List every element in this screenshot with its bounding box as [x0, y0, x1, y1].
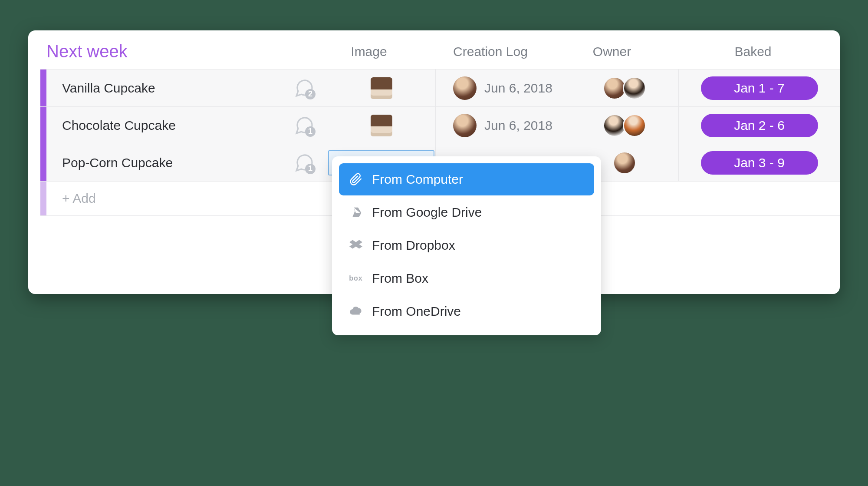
- item-name: Vanilla Cupcake: [62, 81, 155, 96]
- group-title[interactable]: Next week: [28, 42, 315, 61]
- comments-count: 1: [305, 164, 316, 174]
- creation-log-cell[interactable]: Jun 6, 2018: [435, 69, 570, 106]
- item-name: Pop-Corn Cupcake: [62, 155, 173, 170]
- menu-item-label: From Box: [372, 271, 428, 286]
- box-icon: box: [349, 271, 363, 286]
- avatar: [623, 114, 646, 137]
- row-stripe: [40, 107, 46, 144]
- menu-item-label: From Google Drive: [372, 205, 482, 220]
- comments-count: 2: [305, 89, 316, 99]
- menu-item-from-dropbox[interactable]: From Dropbox: [339, 229, 594, 261]
- owner-cell[interactable]: [570, 107, 678, 144]
- creation-date: Jun 6, 2018: [484, 81, 552, 96]
- creation-date: Jun 6, 2018: [484, 118, 552, 133]
- cupcake-thumbnail-icon: [371, 115, 392, 136]
- item-name: Chocolate Cupcake: [62, 118, 176, 133]
- image-cell[interactable]: [327, 69, 435, 106]
- menu-item-label: From OneDrive: [372, 304, 461, 319]
- comments-icon[interactable]: 1: [294, 152, 315, 173]
- column-header-image[interactable]: Image: [315, 44, 423, 59]
- avatar: [613, 151, 636, 175]
- owner-cell[interactable]: [570, 69, 678, 106]
- baked-pill: Jan 1 - 7: [701, 76, 818, 100]
- menu-item-from-computer[interactable]: From Computer: [339, 163, 594, 195]
- comments-icon[interactable]: 1: [294, 115, 315, 136]
- column-header-creation-log[interactable]: Creation Log: [423, 44, 558, 59]
- avatar: [453, 114, 477, 137]
- cupcake-thumbnail-icon: [371, 77, 392, 99]
- comments-count: 1: [305, 126, 316, 137]
- avatar: [623, 76, 646, 100]
- avatar: [453, 76, 477, 100]
- row-stripe: [40, 144, 46, 181]
- image-cell[interactable]: [327, 107, 435, 144]
- comments-icon[interactable]: 2: [294, 78, 315, 99]
- column-header-owner[interactable]: Owner: [558, 44, 666, 59]
- baked-cell[interactable]: Jan 2 - 6: [678, 107, 840, 144]
- row-stripe: [40, 182, 46, 215]
- menu-item-from-box[interactable]: box From Box: [339, 262, 594, 294]
- google-drive-icon: [349, 205, 363, 220]
- table-row[interactable]: Chocolate Cupcake 1 Jun 6, 2018 Jan 2 - …: [40, 106, 840, 144]
- menu-item-from-google-drive[interactable]: From Google Drive: [339, 196, 594, 228]
- onedrive-icon: [349, 304, 363, 319]
- creation-log-cell[interactable]: Jun 6, 2018: [435, 107, 570, 144]
- menu-item-label: From Dropbox: [372, 238, 455, 253]
- paperclip-icon: [349, 172, 363, 187]
- baked-cell[interactable]: Jan 3 - 9: [678, 144, 840, 181]
- dropbox-icon: [349, 238, 363, 253]
- menu-item-label: From Computer: [372, 172, 463, 187]
- menu-item-from-onedrive[interactable]: From OneDrive: [339, 295, 594, 327]
- table-row[interactable]: Vanilla Cupcake 2 Jun 6, 2018 Jan 1 - 7: [40, 69, 840, 106]
- upload-source-menu: From Computer From Google Drive From Dro…: [332, 156, 601, 335]
- column-header-baked[interactable]: Baked: [666, 44, 840, 59]
- row-stripe: [40, 69, 46, 106]
- baked-cell[interactable]: Jan 1 - 7: [678, 69, 840, 106]
- board-panel: Next week Image Creation Log Owner Baked…: [28, 30, 840, 294]
- baked-pill: Jan 2 - 6: [701, 114, 818, 137]
- group-header: Next week Image Creation Log Owner Baked: [28, 38, 840, 66]
- baked-pill: Jan 3 - 9: [701, 151, 818, 175]
